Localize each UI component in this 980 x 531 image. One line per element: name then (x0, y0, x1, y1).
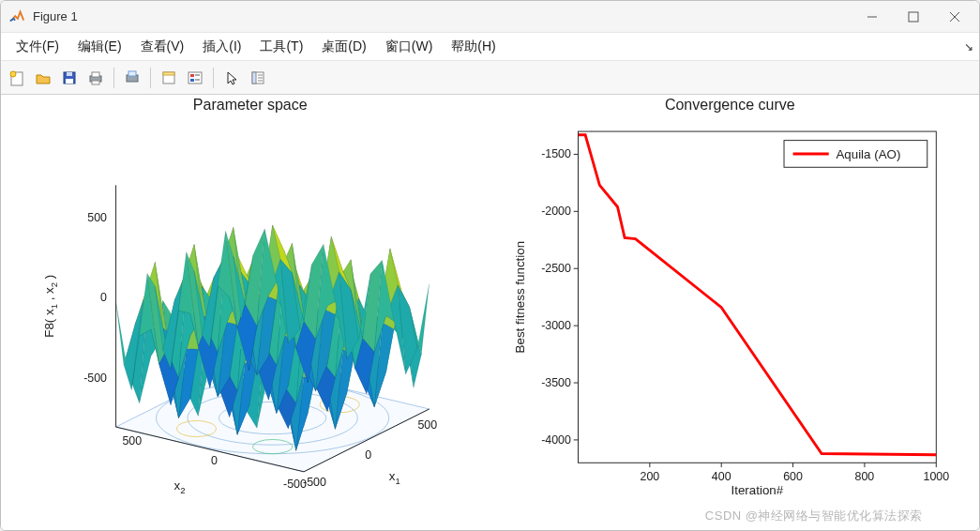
toolbar-separator (213, 68, 214, 88)
figure-window: Figure 1 文件(F) 编辑(E) 查看(V) 插入(I) 工具(T) 桌… (0, 0, 980, 531)
toolbar-separator (113, 68, 114, 88)
right-title: Convergence curve (490, 95, 971, 114)
legend-icon[interactable] (183, 66, 207, 90)
ztick: 500 (87, 211, 107, 224)
menu-window[interactable]: 窗口(W) (376, 35, 443, 59)
surface-plot: -500 0 500 -500 0 500 500 0 -5 (10, 114, 490, 508)
titlebar: Figure 1 (1, 1, 979, 33)
watermark: CSDN @神经网络与智能优化算法探索 (705, 508, 923, 524)
svg-rect-8 (66, 79, 73, 83)
svg-rect-7 (67, 72, 72, 76)
toolbar-separator (150, 68, 151, 88)
xtick: 400 (711, 470, 731, 483)
svg-point-5 (10, 71, 16, 77)
ytick: -2500 (541, 262, 571, 275)
ytick: -3000 (541, 319, 571, 332)
convergence-plot: -4000-3500-3000-2500-2000-1500 200400600… (490, 114, 971, 508)
ytick: -3500 (541, 376, 571, 389)
xtick: 500 (417, 418, 437, 432)
toolbar (1, 61, 979, 95)
xtick: 1000 (923, 470, 949, 483)
menu-insert[interactable]: 插入(I) (193, 35, 250, 59)
ylabel: Best fitness function (513, 241, 527, 354)
undock-icon[interactable]: ↘ (964, 40, 973, 53)
print-preview-icon[interactable] (120, 66, 144, 90)
menubar: 文件(F) 编辑(E) 查看(V) 插入(I) 工具(T) 桌面(D) 窗口(W… (1, 33, 979, 61)
left-title: Parameter space (10, 95, 490, 114)
new-figure-icon[interactable] (5, 66, 29, 90)
figure-area: Parameter space (1, 95, 979, 530)
menu-help[interactable]: 帮助(H) (442, 35, 505, 59)
ytick: -500 (283, 478, 307, 491)
legend-entry: Aquila (AO) (836, 147, 900, 161)
svg-rect-293 (578, 131, 936, 463)
minimize-button[interactable] (852, 3, 893, 31)
ztick: 0 (100, 291, 107, 304)
close-button[interactable] (934, 3, 975, 31)
menu-file[interactable]: 文件(F) (7, 35, 68, 59)
svg-rect-17 (190, 74, 194, 77)
svg-rect-10 (92, 72, 99, 77)
save-icon[interactable] (57, 66, 82, 90)
xlabel: Iteration# (731, 483, 783, 497)
hide-tools-icon[interactable] (157, 66, 181, 90)
axes-convergence-curve[interactable]: Convergence curve -4000-3500-3000-2500-2… (490, 95, 971, 523)
xtick: 200 (640, 470, 659, 483)
axes-parameter-space[interactable]: Parameter space (10, 95, 490, 523)
print-icon[interactable] (83, 66, 108, 90)
ytick: 0 (211, 454, 218, 467)
xlabel: x1 (389, 469, 400, 486)
menu-edit[interactable]: 编辑(E) (68, 35, 131, 59)
svg-rect-11 (92, 81, 99, 84)
svg-rect-18 (190, 79, 194, 82)
window-title: Figure 1 (33, 9, 852, 23)
ytick: -2000 (541, 205, 571, 218)
ylabel: x2 (174, 478, 186, 495)
open-icon[interactable] (31, 66, 55, 90)
svg-rect-15 (163, 72, 174, 75)
menu-desktop[interactable]: 桌面(D) (312, 35, 375, 59)
ztick: -500 (83, 372, 107, 385)
pointer-icon[interactable] (219, 66, 244, 90)
ytick: -1500 (541, 147, 571, 160)
property-editor-icon[interactable] (246, 66, 270, 90)
legend[interactable]: Aquila (AO) (784, 141, 927, 168)
matlab-app-icon (8, 8, 25, 25)
svg-rect-13 (128, 71, 136, 76)
xtick: 800 (854, 470, 874, 483)
ytick: 500 (122, 434, 142, 448)
svg-rect-16 (188, 72, 202, 83)
svg-rect-1 (909, 12, 918, 22)
menu-view[interactable]: 查看(V) (131, 35, 194, 59)
svg-rect-22 (252, 72, 256, 83)
xtick: 600 (783, 470, 803, 483)
ytick: -4000 (541, 433, 571, 447)
xtick: 0 (365, 448, 371, 462)
maximize-button[interactable] (893, 3, 934, 31)
zlabel: F8( x1 , x2 ) (42, 275, 59, 338)
menu-tools[interactable]: 工具(T) (250, 35, 312, 59)
